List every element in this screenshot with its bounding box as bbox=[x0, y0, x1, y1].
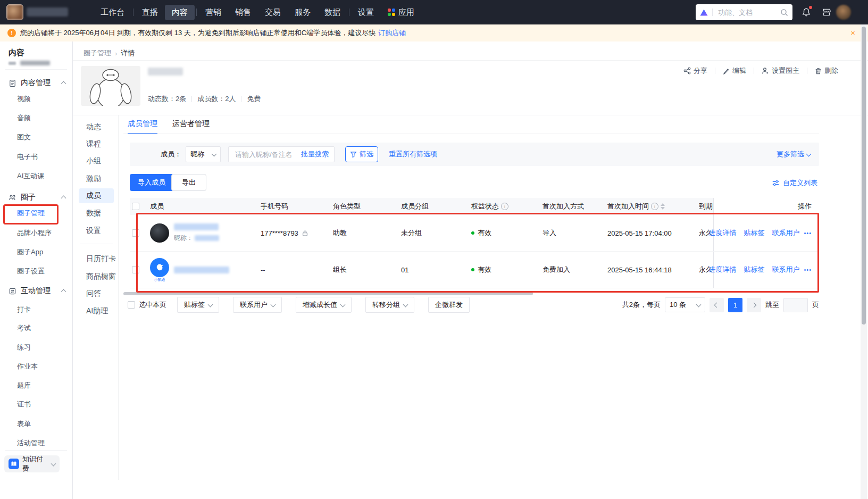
progress-detail-link[interactable]: 进度详情 bbox=[708, 265, 736, 275]
inner-menu-groups[interactable]: 小组 bbox=[86, 155, 101, 168]
import-members-button[interactable]: 导入成员 bbox=[130, 174, 173, 191]
nav-item-apps[interactable]: 应用 bbox=[381, 5, 421, 20]
nav-item-live[interactable]: 直播 bbox=[135, 5, 165, 20]
sidebar-section-interaction[interactable]: 互动管理 bbox=[0, 284, 73, 298]
col-header-join-time[interactable]: 首次加入时间 i bbox=[607, 198, 699, 215]
batch-move-group-button[interactable]: 转移分组 bbox=[365, 297, 414, 313]
inner-menu-courses[interactable]: 课程 bbox=[86, 138, 101, 151]
sidebar-item-activity-mgmt[interactable]: 活动管理 bbox=[17, 437, 45, 450]
page-size-select[interactable]: 10 条 bbox=[665, 297, 705, 312]
jump-page-input[interactable] bbox=[783, 298, 808, 312]
tab-member-management[interactable]: 成员管理 bbox=[128, 119, 157, 134]
contact-user-link[interactable]: 联系用户 bbox=[772, 228, 799, 238]
batch-contact-button[interactable]: 联系用户 bbox=[233, 297, 282, 313]
inner-menu-data[interactable]: 数据 bbox=[86, 207, 101, 220]
sidebar-item-community-mgmt[interactable]: 圈子管理 bbox=[17, 207, 45, 220]
sidebar-item-homework[interactable]: 作业本 bbox=[17, 360, 38, 373]
batch-wecom-button[interactable]: 企微群发 bbox=[428, 297, 470, 313]
global-search-input[interactable] bbox=[717, 8, 780, 17]
inner-menu-qa[interactable]: 问答 bbox=[86, 287, 101, 300]
filter-button[interactable]: 筛选 bbox=[345, 146, 378, 162]
sidebar-item-question-bank[interactable]: 题库 bbox=[17, 379, 31, 392]
tab-operator-management[interactable]: 运营者管理 bbox=[172, 119, 210, 134]
notifications-bell-icon[interactable] bbox=[801, 7, 812, 18]
inner-menu-ai-assistant[interactable]: AI助理 bbox=[86, 305, 108, 318]
sidebar-item-audio[interactable]: 音频 bbox=[17, 112, 31, 124]
store-icon[interactable] bbox=[821, 7, 832, 18]
notification-badge bbox=[809, 6, 812, 9]
sidebar-item-article[interactable]: 图文 bbox=[17, 131, 31, 144]
nav-item-data[interactable]: 数据 bbox=[318, 5, 347, 20]
nav-item-marketing[interactable]: 营销 bbox=[198, 5, 228, 20]
progress-detail-link[interactable]: 进度详情 bbox=[708, 228, 736, 238]
select-all-checkbox[interactable] bbox=[132, 203, 139, 210]
edit-button[interactable]: 编辑 bbox=[723, 66, 746, 76]
renew-store-link[interactable]: 订购店铺 bbox=[378, 28, 406, 38]
select-page-checkbox[interactable] bbox=[128, 301, 135, 309]
sidebar-item-community-settings[interactable]: 圈子设置 bbox=[17, 265, 45, 278]
app-logo[interactable] bbox=[6, 4, 23, 20]
row-checkbox[interactable] bbox=[132, 229, 139, 237]
batch-search-link[interactable]: 批量搜索 bbox=[301, 149, 329, 159]
batch-growth-button[interactable]: 增减成长值 bbox=[296, 297, 352, 313]
more-actions-icon[interactable]: ••• bbox=[804, 230, 812, 236]
info-icon[interactable]: i bbox=[501, 203, 508, 210]
reset-filters-link[interactable]: 重置所有筛选项 bbox=[389, 149, 437, 159]
share-button[interactable]: 分享 bbox=[683, 66, 707, 76]
sidebar-item-brand-miniapp[interactable]: 品牌小程序 bbox=[17, 227, 52, 239]
sort-icon[interactable] bbox=[661, 203, 665, 210]
user-avatar[interactable] bbox=[836, 5, 851, 20]
inner-menu-settings[interactable]: 设置 bbox=[86, 224, 101, 237]
chevron-down-icon bbox=[51, 461, 56, 466]
product-switcher-knowledge-pay[interactable]: 知识付费 bbox=[4, 455, 60, 472]
sidebar-item-form[interactable]: 表单 bbox=[17, 418, 31, 430]
sidebar-item-practice[interactable]: 练习 bbox=[17, 341, 31, 354]
nav-item-content[interactable]: 内容 bbox=[165, 5, 195, 20]
more-filters-link[interactable]: 更多筛选 bbox=[777, 149, 811, 159]
sidebar-item-certificate[interactable]: 证书 bbox=[17, 398, 31, 411]
nav-item-sales[interactable]: 销售 bbox=[228, 5, 258, 20]
batch-tag-button[interactable]: 贴标签 bbox=[177, 297, 219, 313]
sidebar-item-ai-course[interactable]: AI互动课 bbox=[17, 170, 44, 182]
current-page-button[interactable]: 1 bbox=[728, 298, 742, 312]
sidebar-item-community-app[interactable]: 圈子App bbox=[17, 246, 43, 259]
nav-item-workbench[interactable]: 工作台 bbox=[94, 5, 131, 20]
inner-menu-incentive[interactable]: 激励 bbox=[86, 172, 101, 185]
nav-item-trade[interactable]: 交易 bbox=[258, 5, 288, 20]
global-search-box[interactable] bbox=[696, 4, 792, 20]
tag-link[interactable]: 贴标签 bbox=[744, 228, 764, 238]
more-actions-icon[interactable]: ••• bbox=[804, 267, 812, 273]
customize-columns-link[interactable]: 自定义列表 bbox=[772, 178, 817, 188]
sidebar-section-label: 圈子 bbox=[21, 193, 36, 202]
contact-user-link[interactable]: 联系用户 bbox=[772, 265, 799, 275]
search-icon[interactable] bbox=[780, 9, 788, 16]
breadcrumb-parent[interactable]: 圈子管理 bbox=[84, 48, 111, 58]
vertical-scrollbar[interactable] bbox=[862, 27, 866, 325]
row-checkbox[interactable] bbox=[132, 266, 139, 273]
sidebar-item-exam[interactable]: 考试 bbox=[17, 322, 31, 335]
info-icon[interactable]: i bbox=[651, 203, 658, 210]
tag-link[interactable]: 贴标签 bbox=[744, 265, 764, 275]
inner-menu-members[interactable]: 成员 bbox=[86, 189, 101, 202]
lock-icon[interactable] bbox=[302, 230, 308, 237]
horizontal-scrollbar[interactable] bbox=[123, 292, 533, 295]
close-icon[interactable]: × bbox=[850, 29, 855, 37]
next-page-button[interactable] bbox=[747, 298, 761, 312]
inner-menu-product-showcase[interactable]: 商品橱窗 bbox=[86, 270, 116, 283]
sidebar-item-video[interactable]: 视频 bbox=[17, 93, 31, 105]
prev-page-button[interactable] bbox=[710, 298, 724, 312]
sidebar-item-ebook[interactable]: 电子书 bbox=[17, 151, 38, 163]
set-owner-button[interactable]: 设置圈主 bbox=[762, 66, 799, 76]
nickname-search-input[interactable] bbox=[234, 150, 295, 159]
delete-button[interactable]: 删除 bbox=[815, 66, 838, 76]
member-status: 有效 bbox=[467, 215, 538, 251]
inner-menu-feed[interactable]: 动态 bbox=[86, 121, 101, 134]
nav-item-settings[interactable]: 设置 bbox=[351, 5, 381, 20]
nav-item-service[interactable]: 服务 bbox=[288, 5, 318, 20]
filter-type-select[interactable]: 昵称 bbox=[186, 146, 221, 162]
inner-menu-calendar-checkin[interactable]: 日历打卡 bbox=[86, 253, 116, 265]
sidebar-section-community[interactable]: 圈子 bbox=[0, 190, 73, 204]
sidebar-item-checkin[interactable]: 打卡 bbox=[17, 303, 31, 316]
sidebar-section-content-mgmt[interactable]: 内容管理 bbox=[0, 76, 73, 90]
export-button[interactable]: 导出 bbox=[171, 174, 206, 191]
